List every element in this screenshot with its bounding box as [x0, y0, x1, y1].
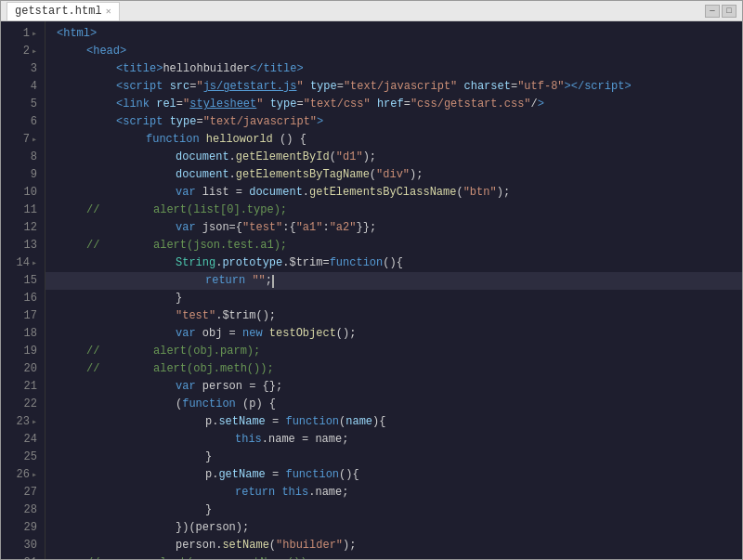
code-line-12: var json={"test":{"a1":"a2"}}; [46, 219, 742, 237]
code-line-23: p.setName = function(name){ [46, 413, 742, 431]
code-line-29: })(person); [46, 519, 742, 537]
code-line-4: <script src="js/getstart.js" type="text/… [46, 78, 742, 96]
line-num-13: 13 [1, 237, 45, 254]
code-line-20: // alert(obj.meth()); [46, 360, 742, 378]
code-line-22: (function (p) { [46, 396, 742, 413]
line-num-4: 4 [1, 78, 45, 96]
code-line-2: <head> [46, 43, 742, 60]
maximize-button[interactable]: □ [722, 5, 736, 18]
code-line-11: // alert(list[0].type); [46, 202, 742, 219]
line-num-29: 29 [1, 519, 45, 537]
code-line-7: function helloworld () { [46, 131, 742, 149]
line-num-10: 10 [1, 184, 45, 202]
code-line-6: <script type="text/javascript"> [46, 113, 742, 131]
code-line-25: } [46, 449, 742, 466]
code-line-16: } [46, 290, 742, 307]
code-line-17: "test".$trim(); [46, 307, 742, 325]
line-num-25: 25 [1, 449, 45, 466]
code-line-27: return this.name; [46, 484, 742, 501]
tab-label: getstart.html [15, 5, 102, 18]
line-num-9: 9 [1, 166, 45, 184]
line-num-21: 21 [1, 378, 45, 396]
line-num-16: 16 [1, 290, 45, 307]
line-num-2: 2 [1, 43, 45, 60]
line-num-18: 18 [1, 325, 45, 343]
code-line-10: var list = document.getElementsByClassNa… [46, 184, 742, 202]
line-num-31: 31 [1, 554, 45, 559]
code-line-9: document.getElementsByTagName("div"); [46, 166, 742, 184]
line-num-20: 20 [1, 360, 45, 378]
code-line-31: // alert(person.getName()); [46, 554, 742, 559]
code-line-5: <link rel="stylesheet" type="text/css" h… [46, 96, 742, 113]
code-line-26: p.getName = function(){ [46, 466, 742, 484]
line-num-24: 24 [1, 431, 45, 449]
title-bar: getstart.html ✕ ─ □ [1, 1, 742, 21]
code-line-8: document.getElementById("d1"); [46, 149, 742, 166]
code-line-13: // alert(json.test.a1); [46, 237, 742, 254]
code-line-18: var obj = new testObject(); [46, 325, 742, 343]
line-num-3: 3 [1, 60, 45, 78]
line-num-28: 28 [1, 501, 45, 519]
line-num-17: 17 [1, 307, 45, 325]
code-line-14: String.prototype.$trim=function(){ [46, 254, 742, 272]
line-num-5: 5 [1, 96, 45, 113]
line-num-23: 23 [1, 413, 45, 431]
line-num-19: 19 [1, 343, 45, 360]
editor-container: 1 2 3 4 5 6 7 8 9 10 11 12 13 14 15 16 1… [1, 21, 742, 559]
line-numbers: 1 2 3 4 5 6 7 8 9 10 11 12 13 14 15 16 1… [1, 21, 46, 559]
line-num-1: 1 [1, 25, 45, 43]
line-num-30: 30 [1, 537, 45, 554]
line-num-14: 14 [1, 254, 45, 272]
code-line-24: this.name = name; [46, 431, 742, 449]
line-num-8: 8 [1, 149, 45, 166]
line-num-6: 6 [1, 113, 45, 131]
line-num-15: 15 [1, 272, 45, 290]
code-line-15: return ""; [46, 272, 742, 290]
line-num-27: 27 [1, 484, 45, 501]
tab-close-icon[interactable]: ✕ [106, 6, 111, 17]
code-line-19: // alert(obj.parm); [46, 343, 742, 360]
line-num-11: 11 [1, 202, 45, 219]
code-line-28: } [46, 501, 742, 519]
editor-tab[interactable]: getstart.html ✕ [7, 2, 120, 20]
code-line-1: <html> [46, 25, 742, 43]
code-line-21: var person = {}; [46, 378, 742, 396]
line-num-12: 12 [1, 219, 45, 237]
code-line-3: <title>hellohbuilder</title> [46, 60, 742, 78]
line-num-22: 22 [1, 396, 45, 413]
editor-window: getstart.html ✕ ─ □ 1 2 3 4 5 6 7 8 9 10… [0, 0, 743, 560]
minimize-button[interactable]: ─ [705, 5, 720, 18]
window-controls: ─ □ [705, 5, 736, 18]
line-num-26: 26 [1, 466, 45, 484]
line-num-7: 7 [1, 131, 45, 149]
code-line-30: person.setName("hbuilder"); [46, 537, 742, 554]
code-area[interactable]: <html> <head> <title>hellohbuilder</titl… [46, 21, 742, 559]
